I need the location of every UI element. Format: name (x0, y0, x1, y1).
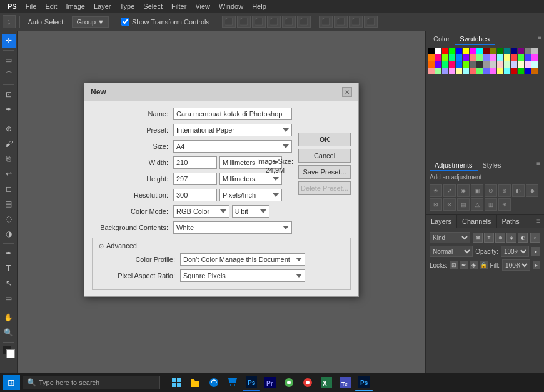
tab-adjustments[interactable]: Adjustments (430, 160, 478, 171)
text-tool[interactable]: T (2, 261, 16, 275)
swatch-item[interactable] (518, 61, 524, 68)
excel-icon[interactable]: X (318, 374, 335, 391)
panel-options-btn[interactable]: ≡ (538, 34, 541, 45)
chrome-icon[interactable] (299, 374, 316, 391)
align-btn-5[interactable]: ⬛ (282, 16, 296, 28)
menu-file[interactable]: File (22, 1, 41, 11)
adj-curves-icon[interactable]: ↗ (443, 184, 456, 197)
teams-icon[interactable]: Te (336, 374, 354, 391)
resolution-unit-select[interactable]: Pixels/Inch (219, 189, 282, 201)
premiere-icon[interactable]: Pr (261, 374, 279, 391)
selection-tool[interactable]: ▭ (2, 53, 16, 67)
menu-view[interactable]: View (191, 1, 214, 11)
blend-mode-select[interactable]: Normal (430, 246, 473, 257)
height-input[interactable] (173, 173, 217, 185)
foreground-color[interactable] (2, 345, 16, 359)
swatch-item[interactable] (504, 54, 510, 61)
advanced-toggle-icon[interactable]: ⊙ (99, 243, 104, 249)
tab-channels[interactable]: Channels (457, 215, 496, 228)
swatch-item[interactable] (490, 61, 496, 68)
taskbar-search-box[interactable]: 🔍 Type here to search (23, 376, 160, 389)
name-input[interactable] (173, 108, 292, 120)
lock-all-btn[interactable]: 🔒 (480, 261, 488, 269)
adj-vibrance-icon[interactable]: ▣ (471, 184, 483, 197)
lasso-tool[interactable]: ⌒ (2, 68, 16, 82)
swatch-item[interactable] (435, 61, 441, 68)
swatch-item[interactable] (476, 61, 483, 68)
swatch-item[interactable] (511, 54, 517, 61)
adj-photofilter-icon[interactable]: ◆ (526, 184, 538, 197)
color-mode-select[interactable]: RGB Color (173, 205, 229, 218)
pixel-aspect-select[interactable]: Square Pixels (180, 269, 305, 282)
adj-options-btn[interactable]: ≡ (536, 160, 540, 171)
dist-btn-4[interactable]: ⬛ (364, 16, 378, 28)
tab-styles[interactable]: Styles (478, 160, 506, 171)
zoom-tool[interactable]: 🔍 (2, 326, 16, 339)
task-manager-icon[interactable] (168, 374, 185, 391)
menu-help[interactable]: Help (248, 1, 270, 11)
preset-select[interactable]: International Paper (173, 124, 292, 136)
pen-tool[interactable]: ✒ (2, 246, 16, 260)
move-tool[interactable]: ✛ (2, 34, 16, 48)
swatch-item[interactable] (490, 68, 496, 74)
swatch-item[interactable] (504, 68, 510, 74)
lock-pos-btn[interactable]: ✒ (460, 261, 468, 269)
menu-ps[interactable]: PS (4, 1, 21, 11)
swatch-item[interactable] (531, 61, 538, 68)
color-bit-select[interactable]: 8 bit (232, 205, 269, 218)
ps-taskbar-icon[interactable]: Ps (355, 374, 373, 391)
edge-icon[interactable] (205, 374, 223, 391)
filter-type-icon[interactable]: ⊕ (495, 233, 505, 243)
auto-select-group[interactable]: Group ▼ (72, 16, 109, 28)
swatch-item[interactable] (525, 54, 531, 61)
adj-gradient-icon[interactable]: ▥ (485, 198, 497, 211)
cancel-button[interactable]: Cancel (298, 149, 351, 163)
fill-select[interactable]: 100% (502, 259, 530, 271)
hand-tool[interactable]: ✋ (2, 311, 16, 324)
swatch-item[interactable] (449, 68, 455, 74)
swatch-item[interactable] (442, 54, 448, 61)
dist-btn-2[interactable]: ⬛ (334, 16, 348, 28)
swatch-item[interactable] (428, 68, 435, 74)
swatch-item[interactable] (525, 48, 531, 54)
path-select-tool[interactable]: ↖ (2, 276, 16, 290)
swatch-item[interactable] (531, 54, 538, 61)
swatch-item[interactable] (449, 54, 455, 61)
align-btn-2[interactable]: ⬛ (237, 16, 251, 28)
swatch-item[interactable] (442, 48, 448, 54)
swatch-item[interactable] (483, 54, 490, 61)
lock-art-btn[interactable]: ◈ (470, 261, 478, 269)
swatch-item[interactable] (449, 48, 455, 54)
swatch-item[interactable] (463, 68, 469, 74)
swatch-item[interactable] (442, 61, 448, 68)
swatch-item[interactable] (483, 48, 490, 54)
filter-shape-icon[interactable]: ◈ (506, 233, 516, 243)
windows-start-button[interactable]: ⊞ (3, 375, 20, 390)
save-preset-button[interactable]: Save Preset... (298, 165, 351, 179)
swatch-item[interactable] (476, 54, 483, 61)
move-tool-btn[interactable]: ↕ (3, 15, 16, 28)
adj-selectivecolor-icon[interactable]: ⊕ (498, 198, 511, 211)
menu-window[interactable]: Window (215, 1, 247, 11)
height-unit-select[interactable]: Millimeters (219, 173, 282, 185)
filter-toggle[interactable]: ○ (530, 233, 540, 243)
bg-contents-select[interactable]: White (173, 221, 292, 234)
adj-colorbalance-icon[interactable]: ⊛ (498, 184, 511, 197)
delete-preset-button[interactable]: Delete Preset... (298, 181, 351, 195)
crop-tool[interactable]: ⊡ (2, 88, 16, 101)
tab-swatches[interactable]: Swatches (455, 34, 495, 45)
layers-options-btn[interactable]: ≡ (533, 215, 544, 228)
fill-more-btn[interactable]: ▸ (533, 261, 540, 269)
menu-select[interactable]: Select (139, 1, 166, 11)
adj-brightness-icon[interactable]: ☀ (430, 184, 442, 197)
swatch-item[interactable] (428, 48, 435, 54)
swatch-item[interactable] (504, 61, 510, 68)
swatch-item[interactable] (456, 68, 462, 74)
swatch-item[interactable] (456, 54, 462, 61)
swatch-item[interactable] (531, 48, 538, 54)
dist-btn-1[interactable]: ⬛ (319, 16, 333, 28)
swatch-item[interactable] (449, 61, 455, 68)
tab-paths[interactable]: Paths (497, 215, 525, 228)
history-brush-tool[interactable]: ↩ (2, 167, 16, 181)
menu-filter[interactable]: Filter (168, 1, 190, 11)
